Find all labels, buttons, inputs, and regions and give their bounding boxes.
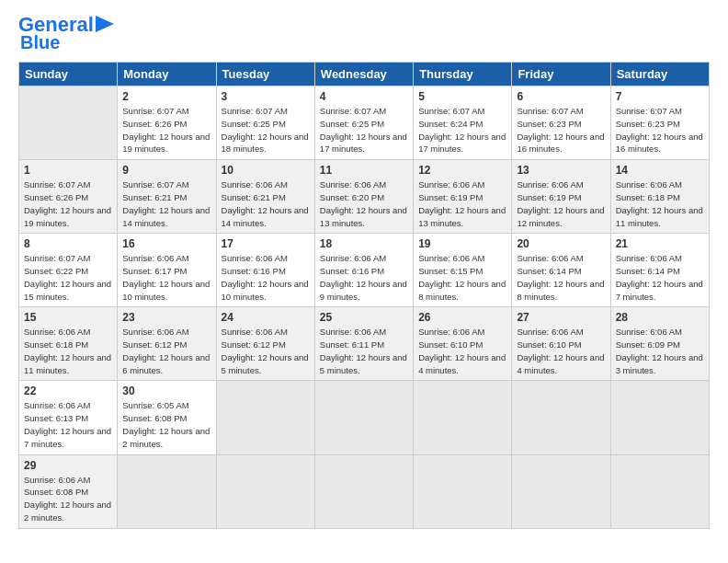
calendar-table: SundayMondayTuesdayWednesdayThursdayFrid… <box>18 62 710 528</box>
calendar-cell <box>216 381 314 454</box>
day-number: 6 <box>517 90 605 103</box>
calendar-cell: 27 Sunrise: 6:06 AMSunset: 6:10 PMDaylig… <box>512 307 610 381</box>
day-info: Sunrise: 6:06 AMSunset: 6:13 PMDaylight:… <box>24 399 112 450</box>
day-info: Sunrise: 6:06 AMSunset: 6:18 PMDaylight:… <box>24 326 112 376</box>
day-info: Sunrise: 6:07 AMSunset: 6:22 PMDaylight:… <box>24 252 112 303</box>
day-info: Sunrise: 6:06 AMSunset: 6:21 PMDaylight:… <box>222 178 310 229</box>
day-number: 29 <box>24 459 112 472</box>
calendar-cell <box>314 381 413 454</box>
day-number: 3 <box>222 90 310 103</box>
day-number: 28 <box>616 311 704 324</box>
day-info: Sunrise: 6:06 AMSunset: 6:18 PMDaylight:… <box>616 178 704 229</box>
calendar-cell: 4 Sunrise: 6:07 AMSunset: 6:25 PMDayligh… <box>314 86 413 160</box>
day-number: 16 <box>122 237 210 250</box>
day-info: Sunrise: 6:07 AMSunset: 6:25 PMDaylight:… <box>222 105 310 155</box>
day-info: Sunrise: 6:06 AMSunset: 6:10 PMDaylight:… <box>517 326 605 376</box>
day-info: Sunrise: 6:06 AMSunset: 6:09 PMDaylight:… <box>616 326 704 376</box>
calendar-header-row: SundayMondayTuesdayWednesdayThursdayFrid… <box>19 63 710 86</box>
logo-arrow-icon <box>96 16 114 32</box>
calendar-cell <box>216 454 314 528</box>
calendar-cell: 9 Sunrise: 6:07 AMSunset: 6:21 PMDayligh… <box>118 160 216 234</box>
page: General Blue SundayMondayTuesdayWednesda… <box>0 0 728 538</box>
calendar-cell: 17 Sunrise: 6:06 AMSunset: 6:16 PMDaylig… <box>216 234 314 307</box>
calendar-cell <box>512 381 610 454</box>
day-info: Sunrise: 6:06 AMSunset: 6:10 PMDaylight:… <box>418 326 506 376</box>
calendar-cell <box>19 86 118 160</box>
calendar-week-row: 8 Sunrise: 6:07 AMSunset: 6:22 PMDayligh… <box>19 234 710 307</box>
day-info: Sunrise: 6:06 AMSunset: 6:19 PMDaylight:… <box>418 178 506 229</box>
day-info: Sunrise: 6:06 AMSunset: 6:14 PMDaylight:… <box>616 252 704 303</box>
day-number: 9 <box>122 164 210 177</box>
calendar-week-row: 2 Sunrise: 6:07 AMSunset: 6:26 PMDayligh… <box>19 86 710 160</box>
calendar-cell: 23 Sunrise: 6:06 AMSunset: 6:12 PMDaylig… <box>118 307 216 381</box>
day-number: 13 <box>517 164 605 177</box>
calendar-cell: 7 Sunrise: 6:07 AMSunset: 6:23 PMDayligh… <box>610 86 709 160</box>
calendar-cell: 2 Sunrise: 6:07 AMSunset: 6:26 PMDayligh… <box>118 86 216 160</box>
day-number: 18 <box>320 237 408 250</box>
day-info: Sunrise: 6:06 AMSunset: 6:14 PMDaylight:… <box>517 252 605 303</box>
calendar-cell: 20 Sunrise: 6:06 AMSunset: 6:14 PMDaylig… <box>512 234 610 307</box>
calendar-cell: 12 Sunrise: 6:06 AMSunset: 6:19 PMDaylig… <box>414 160 512 234</box>
day-info: Sunrise: 6:07 AMSunset: 6:21 PMDaylight:… <box>122 178 210 229</box>
calendar-cell: 18 Sunrise: 6:06 AMSunset: 6:16 PMDaylig… <box>314 234 413 307</box>
day-number: 22 <box>24 385 112 397</box>
calendar-cell <box>118 454 216 528</box>
day-header-sunday: Sunday <box>19 63 118 86</box>
logo: General Blue <box>18 14 114 52</box>
calendar-cell <box>610 381 709 454</box>
header: General Blue <box>18 14 710 52</box>
day-info: Sunrise: 6:06 AMSunset: 6:11 PMDaylight:… <box>320 326 408 376</box>
day-header-thursday: Thursday <box>414 63 512 86</box>
day-number: 1 <box>24 164 112 177</box>
day-info: Sunrise: 6:06 AMSunset: 6:08 PMDaylight:… <box>24 474 112 524</box>
calendar-week-row: 29 Sunrise: 6:06 AMSunset: 6:08 PMDaylig… <box>19 454 710 528</box>
day-number: 8 <box>24 237 112 250</box>
day-header-saturday: Saturday <box>610 63 709 86</box>
calendar-cell: 3 Sunrise: 6:07 AMSunset: 6:25 PMDayligh… <box>216 86 314 160</box>
day-info: Sunrise: 6:06 AMSunset: 6:16 PMDaylight:… <box>222 252 310 303</box>
day-number: 10 <box>222 164 310 177</box>
day-number: 23 <box>122 311 210 324</box>
day-number: 27 <box>517 311 605 324</box>
calendar-cell: 8 Sunrise: 6:07 AMSunset: 6:22 PMDayligh… <box>19 234 118 307</box>
day-info: Sunrise: 6:06 AMSunset: 6:20 PMDaylight:… <box>320 178 408 229</box>
calendar-body: 2 Sunrise: 6:07 AMSunset: 6:26 PMDayligh… <box>19 86 710 528</box>
calendar-cell <box>414 381 512 454</box>
calendar-cell: 13 Sunrise: 6:06 AMSunset: 6:19 PMDaylig… <box>512 160 610 234</box>
calendar-week-row: 15 Sunrise: 6:06 AMSunset: 6:18 PMDaylig… <box>19 307 710 381</box>
calendar-cell: 1 Sunrise: 6:07 AMSunset: 6:26 PMDayligh… <box>19 160 118 234</box>
day-number: 4 <box>320 90 408 103</box>
calendar-cell: 25 Sunrise: 6:06 AMSunset: 6:11 PMDaylig… <box>314 307 413 381</box>
day-header-tuesday: Tuesday <box>216 63 314 86</box>
day-info: Sunrise: 6:06 AMSunset: 6:19 PMDaylight:… <box>517 178 605 229</box>
calendar-cell: 21 Sunrise: 6:06 AMSunset: 6:14 PMDaylig… <box>610 234 709 307</box>
day-number: 12 <box>418 164 506 177</box>
calendar-cell: 29 Sunrise: 6:06 AMSunset: 6:08 PMDaylig… <box>19 454 118 528</box>
day-number: 26 <box>418 311 506 324</box>
calendar-cell: 22 Sunrise: 6:06 AMSunset: 6:13 PMDaylig… <box>19 381 118 454</box>
day-header-monday: Monday <box>118 63 216 86</box>
day-number: 14 <box>616 164 704 177</box>
day-info: Sunrise: 6:06 AMSunset: 6:15 PMDaylight:… <box>418 252 506 303</box>
calendar-cell: 16 Sunrise: 6:06 AMSunset: 6:17 PMDaylig… <box>118 234 216 307</box>
calendar-cell: 10 Sunrise: 6:06 AMSunset: 6:21 PMDaylig… <box>216 160 314 234</box>
day-number: 5 <box>418 90 506 103</box>
day-number: 24 <box>222 311 310 324</box>
calendar-cell: 24 Sunrise: 6:06 AMSunset: 6:12 PMDaylig… <box>216 307 314 381</box>
day-number: 17 <box>222 237 310 250</box>
day-info: Sunrise: 6:06 AMSunset: 6:12 PMDaylight:… <box>122 326 210 376</box>
day-info: Sunrise: 6:07 AMSunset: 6:26 PMDaylight:… <box>24 178 112 229</box>
svg-marker-0 <box>96 16 114 32</box>
day-info: Sunrise: 6:06 AMSunset: 6:17 PMDaylight:… <box>122 252 210 303</box>
day-info: Sunrise: 6:07 AMSunset: 6:23 PMDaylight:… <box>517 105 605 155</box>
calendar-cell: 19 Sunrise: 6:06 AMSunset: 6:15 PMDaylig… <box>414 234 512 307</box>
day-header-wednesday: Wednesday <box>314 63 413 86</box>
calendar-cell: 28 Sunrise: 6:06 AMSunset: 6:09 PMDaylig… <box>610 307 709 381</box>
calendar-cell: 26 Sunrise: 6:06 AMSunset: 6:10 PMDaylig… <box>414 307 512 381</box>
calendar-cell: 5 Sunrise: 6:07 AMSunset: 6:24 PMDayligh… <box>414 86 512 160</box>
calendar-cell: 14 Sunrise: 6:06 AMSunset: 6:18 PMDaylig… <box>610 160 709 234</box>
day-number: 30 <box>122 385 210 397</box>
day-header-friday: Friday <box>512 63 610 86</box>
calendar-cell <box>610 454 709 528</box>
day-number: 21 <box>616 237 704 250</box>
